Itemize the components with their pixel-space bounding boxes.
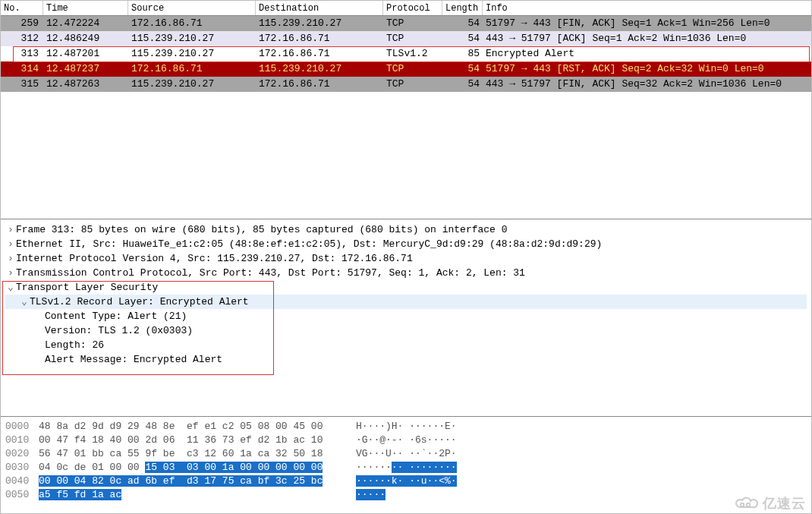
col-header-length[interactable]: Length [442,1,483,15]
cell-info: 443 → 51797 [FIN, ACK] Seq=32 Ack=2 Win=… [483,77,811,92]
tree-tls-label: Transport Layer Security [16,282,158,293]
hex-ascii: ········ ········ [341,461,457,475]
cell-length: 54 [442,77,483,92]
cell-protocol: TCP [383,16,442,31]
cell-info: Encrypted Alert [483,46,811,61]
packet-details-pane[interactable]: ›Frame 313: 85 bytes on wire (680 bits),… [1,219,811,417]
packet-list-header: No. Time Source Destination Protocol Len… [1,1,811,16]
tree-tls[interactable]: ⌄Transport Layer Security [5,280,807,295]
hex-row[interactable]: 000048 8a d2 9d d9 29 48 8e ef e1 c2 05 … [5,420,807,434]
tree-alert-message[interactable]: Alert Message: Encrypted Alert [5,352,807,367]
tree-ctype-label: Content Type: Alert (21) [45,311,187,322]
cell-time: 12.487201 [43,46,128,61]
tree-frame[interactable]: ›Frame 313: 85 bytes on wire (680 bits),… [5,222,807,237]
hex-row[interactable]: 004000 00 04 82 0c ad 6b ef d3 17 75 ca … [5,475,807,488]
table-row[interactable]: 31212.486249115.239.210.27172.16.86.71TC… [1,31,811,46]
hex-offset: 0040 [5,475,39,488]
cell-protocol: TCP [383,77,442,92]
hex-row[interactable]: 001000 47 f4 18 40 00 2d 06 11 36 73 ef … [5,434,807,447]
cell-length: 54 [442,16,483,31]
chevron-right-icon[interactable]: › [5,222,16,237]
cell-length: 85 [442,46,483,61]
chevron-down-icon[interactable]: ⌄ [19,295,30,309]
table-row[interactable]: 31512.487263115.239.210.27172.16.86.71TC… [1,77,811,92]
hex-offset: 0010 [5,434,39,447]
hex-ascii: VG···U·· ··`··2P· [341,447,457,461]
hex-ascii: ······k· ··u··<%· [341,475,457,488]
cell-source: 115.239.210.27 [128,31,256,46]
packet-bytes-pane[interactable]: 000048 8a d2 9d d9 29 48 8e ef e1 c2 05 … [1,417,811,513]
cell-dest: 115.239.210.27 [256,61,383,77]
cell-time: 12.487263 [43,77,128,92]
cell-time: 12.486249 [43,31,128,46]
cell-time: 12.487237 [43,61,128,77]
tree-alert-label: Alert Message: Encrypted Alert [45,354,222,365]
cell-source: 172.16.86.71 [128,61,256,77]
tree-version-label: Version: TLS 1.2 (0x0303) [45,325,193,336]
tree-ip[interactable]: ›Internet Protocol Version 4, Src: 115.2… [5,251,807,266]
hex-row[interactable]: 003004 0c de 01 00 00 15 03 03 00 1a 00 … [5,461,807,475]
tree-version[interactable]: Version: TLS 1.2 (0x0303) [5,323,807,338]
cell-length: 54 [442,61,483,77]
cell-source: 115.239.210.27 [128,46,256,61]
cell-info: 51797 → 443 [FIN, ACK] Seq=1 Ack=1 Win=2… [483,16,811,31]
table-row[interactable]: 31412.487237172.16.86.71115.239.210.27TC… [1,61,811,77]
cell-time: 12.472224 [43,16,128,31]
hex-ascii: ····· [341,488,386,502]
hex-bytes: 48 8a d2 9d d9 29 48 8e ef e1 c2 05 08 0… [39,420,341,434]
tree-frame-label: Frame 313: 85 bytes on wire (680 bits), … [16,224,508,235]
tree-length-label: Length: 26 [45,339,104,351]
cell-dest: 172.16.86.71 [256,31,383,46]
col-header-time[interactable]: Time [43,1,128,15]
hex-row[interactable]: 0050a5 f5 fd 1a ac····· [5,488,807,502]
hex-bytes: 56 47 01 bb ca 55 9f be c3 12 60 1a ca 3… [39,447,341,461]
cell-info: 443 → 51797 [ACK] Seq=1 Ack=2 Win=1036 L… [483,31,811,46]
hex-ascii: H····)H· ······E· [341,420,457,434]
tree-tcp-label: Transmission Control Protocol, Src Port:… [16,267,525,279]
cell-protocol: TCP [383,31,442,46]
cell-dest: 115.239.210.27 [256,16,383,31]
chevron-down-icon[interactable]: ⌄ [5,280,16,295]
cell-no: 259 [1,16,43,31]
tree-tls-record[interactable]: ⌄TLSv1.2 Record Layer: Encrypted Alert [5,295,807,309]
cell-no: 313 [1,46,43,61]
hex-offset: 0050 [5,488,39,502]
chevron-right-icon[interactable]: › [5,237,16,251]
hex-bytes: 04 0c de 01 00 00 15 03 03 00 1a 00 00 0… [39,461,341,475]
packet-list-pane[interactable]: No. Time Source Destination Protocol Len… [1,1,811,219]
tree-tcp[interactable]: ›Transmission Control Protocol, Src Port… [5,266,807,280]
tree-content-type[interactable]: Content Type: Alert (21) [5,309,807,323]
hex-offset: 0030 [5,461,39,475]
table-row[interactable]: 25912.472224172.16.86.71115.239.210.27TC… [1,16,811,31]
hex-bytes: a5 f5 fd 1a ac [39,488,341,502]
cell-source: 172.16.86.71 [128,16,256,31]
cell-no: 312 [1,31,43,46]
hex-row[interactable]: 002056 47 01 bb ca 55 9f be c3 12 60 1a … [5,447,807,461]
cell-source: 115.239.210.27 [128,77,256,92]
tree-eth-label: Ethernet II, Src: HuaweiTe_e1:c2:05 (48:… [16,238,602,250]
cell-protocol: TCP [383,61,442,77]
hex-bytes: 00 47 f4 18 40 00 2d 06 11 36 73 ef d2 1… [39,434,341,447]
hex-offset: 0020 [5,447,39,461]
tree-length[interactable]: Length: 26 [5,338,807,352]
hex-offset: 0000 [5,420,39,434]
col-header-protocol[interactable]: Protocol [383,1,442,15]
col-header-dest[interactable]: Destination [256,1,383,15]
hex-bytes: 00 00 04 82 0c ad 6b ef d3 17 75 ca bf 3… [39,475,341,488]
col-header-source[interactable]: Source [128,1,256,15]
cell-info: 51797 → 443 [RST, ACK] Seq=2 Ack=32 Win=… [483,61,811,77]
cell-no: 314 [1,61,43,77]
col-header-no[interactable]: No. [1,1,43,15]
tree-ethernet[interactable]: ›Ethernet II, Src: HuaweiTe_e1:c2:05 (48… [5,237,807,251]
col-header-info[interactable]: Info [483,1,811,15]
chevron-right-icon[interactable]: › [5,251,16,266]
table-row[interactable]: 31312.487201115.239.210.27172.16.86.71TL… [1,46,811,61]
cell-dest: 172.16.86.71 [256,77,383,92]
cell-length: 54 [442,31,483,46]
hex-ascii: ·G··@·-· ·6s····· [341,434,457,447]
cell-dest: 172.16.86.71 [256,46,383,61]
packet-list-body: 25912.472224172.16.86.71115.239.210.27TC… [1,16,811,92]
chevron-right-icon[interactable]: › [5,266,16,280]
cell-no: 315 [1,77,43,92]
cell-protocol: TLSv1.2 [383,46,442,61]
